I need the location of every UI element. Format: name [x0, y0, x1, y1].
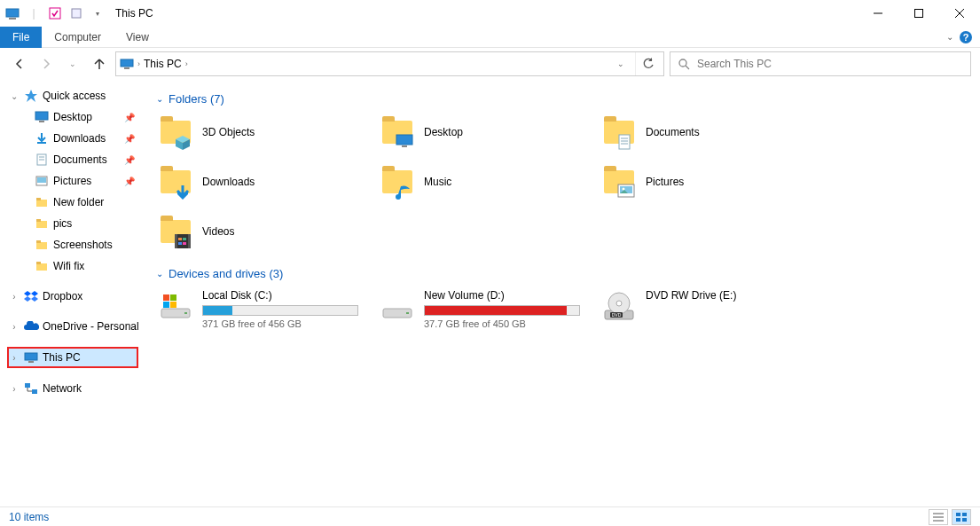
item-icon	[34, 173, 50, 189]
drive-icon: DVD	[601, 289, 637, 325]
folder-label: Pictures	[646, 176, 684, 188]
svg-rect-58	[183, 242, 186, 245]
svg-rect-35	[28, 361, 34, 363]
sidebar-item-network[interactable]: ›Network	[7, 378, 142, 399]
chevron-down-icon: ⌄	[156, 94, 163, 104]
svg-point-69	[616, 301, 622, 306]
sidebar-item-dropbox[interactable]: ›Dropbox	[7, 286, 142, 307]
folder-icon	[380, 164, 415, 200]
sidebar-item-pics[interactable]: pics	[7, 213, 142, 234]
drive-label: Local Disk (C:)	[202, 289, 358, 302]
breadcrumb[interactable]: This PC	[144, 58, 182, 70]
folder-3d-objects[interactable]: 3D Objects	[156, 113, 378, 152]
view-details-button[interactable]	[929, 509, 948, 525]
svg-text:?: ?	[963, 32, 969, 43]
close-button[interactable]	[939, 0, 980, 27]
sidebar-item-wifi-fix[interactable]: Wifi fix	[7, 255, 142, 277]
svg-rect-26	[36, 242, 47, 249]
ribbon-tab-computer[interactable]: Computer	[42, 27, 114, 48]
svg-marker-33	[31, 296, 38, 302]
pin-icon: 📌	[124, 177, 135, 186]
drive-usage-bar	[202, 305, 358, 316]
svg-rect-53	[175, 234, 177, 248]
chevron-right-icon[interactable]: ›	[185, 59, 188, 68]
collapse-icon[interactable]: ⌄	[9, 91, 20, 101]
svg-rect-28	[36, 263, 47, 271]
svg-rect-11	[124, 67, 129, 69]
item-icon	[23, 318, 39, 334]
svg-rect-60	[184, 312, 187, 314]
qat-newfolder-icon[interactable]	[67, 4, 85, 22]
item-icon	[23, 288, 39, 304]
up-button[interactable]	[89, 53, 110, 75]
section-title: Folders (7)	[169, 92, 224, 106]
drive-local-disk-c-[interactable]: Local Disk (C:)371 GB free of 456 GB	[156, 287, 378, 331]
app-icon	[4, 4, 21, 22]
folder-icon	[158, 114, 193, 150]
chevron-right-icon[interactable]: ›	[137, 59, 140, 68]
item-icon	[34, 258, 50, 274]
folder-icon	[158, 164, 193, 200]
recent-dropdown-icon[interactable]: ⌄	[62, 53, 83, 75]
svg-marker-30	[24, 291, 31, 296]
search-placeholder: Search This PC	[697, 58, 772, 70]
sidebar-item-downloads[interactable]: Downloads📌	[7, 128, 142, 149]
expand-icon[interactable]: ›	[9, 384, 20, 394]
qat-properties-icon[interactable]	[46, 4, 64, 22]
folder-pictures[interactable]: Pictures	[600, 162, 821, 201]
sidebar-item-documents[interactable]: Documents📌	[7, 149, 142, 170]
address-bar[interactable]: › This PC › ⌄	[115, 51, 664, 76]
drive-new-volume-d-[interactable]: New Volume (D:)37.7 GB free of 450 GB	[378, 287, 600, 331]
address-history-dropdown[interactable]: ⌄	[617, 59, 624, 68]
minimize-button[interactable]	[858, 0, 898, 27]
sidebar-item-desktop[interactable]: Desktop📌	[7, 106, 142, 128]
drive-icon	[380, 289, 415, 325]
folder-label: Desktop	[424, 126, 463, 138]
svg-rect-15	[39, 121, 44, 122]
address-pc-icon	[120, 58, 134, 70]
maximize-button[interactable]	[898, 0, 939, 27]
folder-downloads[interactable]: Downloads	[156, 162, 378, 201]
sidebar-item-onedrive-personal[interactable]: ›OneDrive - Personal	[7, 316, 142, 337]
folder-label: Videos	[202, 225, 234, 238]
drive-label: DVD RW Drive (E:)	[646, 289, 802, 302]
back-button[interactable]	[9, 53, 30, 75]
chevron-down-icon: ⌄	[156, 269, 163, 279]
drive-dvd-rw-drive-e-[interactable]: DVDDVD RW Drive (E:)	[600, 287, 821, 331]
section-header-drives[interactable]: ⌄ Devices and drives (3)	[156, 267, 966, 280]
sidebar-item-screenshots[interactable]: Screenshots	[7, 234, 142, 255]
item-icon	[34, 130, 50, 146]
drive-label: New Volume (D:)	[424, 289, 580, 302]
ribbon-expand-icon[interactable]: ⌄	[946, 32, 953, 42]
section-header-folders[interactable]: ⌄ Folders (7)	[156, 92, 966, 106]
sidebar-item-new-folder[interactable]: New folder	[7, 192, 142, 213]
ribbon-tab-file[interactable]: File	[0, 27, 42, 48]
expand-icon[interactable]: ›	[9, 292, 20, 302]
view-large-icons-button[interactable]	[952, 509, 971, 525]
help-icon[interactable]: ?	[959, 30, 973, 44]
forward-button[interactable]	[35, 53, 57, 75]
svg-rect-3	[72, 9, 81, 18]
tree-quick-access[interactable]: ⌄ Quick access	[7, 85, 142, 106]
refresh-button[interactable]	[635, 52, 660, 75]
svg-rect-34	[25, 353, 37, 360]
item-icon	[34, 152, 50, 168]
sidebar-item-this-pc[interactable]: ›This PC	[7, 347, 138, 368]
sidebar-item-pictures[interactable]: Pictures📌	[7, 170, 142, 192]
folder-label: Documents	[646, 126, 700, 138]
folder-icon	[158, 214, 193, 249]
qat-dropdown-icon[interactable]: ▾	[89, 4, 106, 22]
folder-icon	[601, 164, 637, 200]
folder-music[interactable]: Music	[378, 162, 600, 201]
svg-rect-10	[121, 59, 133, 67]
folder-documents[interactable]: Documents	[600, 113, 821, 152]
folder-videos[interactable]: Videos	[156, 212, 378, 251]
svg-rect-29	[36, 262, 41, 264]
expand-icon[interactable]: ›	[9, 353, 20, 363]
expand-icon[interactable]: ›	[9, 322, 20, 332]
search-input[interactable]: Search This PC	[670, 51, 971, 76]
ribbon-tab-view[interactable]: View	[114, 27, 161, 48]
folder-desktop[interactable]: Desktop	[378, 113, 600, 152]
status-bar: 10 items	[0, 506, 980, 526]
svg-rect-27	[36, 240, 41, 243]
